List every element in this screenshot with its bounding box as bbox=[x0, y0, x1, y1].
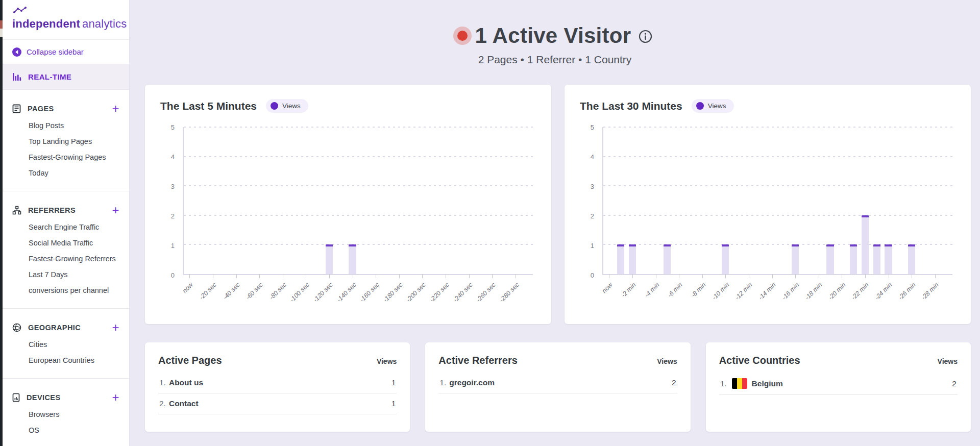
views-bar[interactable] bbox=[664, 244, 671, 274]
bar-slot bbox=[941, 127, 952, 274]
views-bar[interactable] bbox=[850, 244, 857, 274]
add-referrers-report-button[interactable]: + bbox=[112, 204, 119, 216]
y-axis-tick-label: 5 bbox=[171, 123, 175, 131]
collapse-sidebar-button[interactable]: Collapse sidebar bbox=[3, 40, 129, 64]
views-bar[interactable] bbox=[326, 244, 333, 274]
sidebar-item-social-media-traffic[interactable]: Social Media Traffic bbox=[3, 235, 129, 251]
y-axis-tick-label: 2 bbox=[171, 212, 175, 220]
sidebar-item-referrers[interactable]: REFERRERS + bbox=[3, 202, 129, 219]
y-axis-tick-label: 4 bbox=[171, 153, 175, 161]
bar-slot bbox=[498, 127, 510, 274]
bar-slot bbox=[766, 127, 778, 274]
country-link-belgium[interactable]: Belgium bbox=[752, 379, 783, 388]
sidebar-item-fastest-growing-pages[interactable]: Fastest-Growing Pages bbox=[3, 149, 129, 165]
views-bar[interactable] bbox=[826, 244, 834, 274]
sidebar-item-real-time[interactable]: REAL-TIME bbox=[3, 64, 129, 90]
bar-slot bbox=[801, 127, 813, 274]
sidebar-item-pages[interactable]: PAGES + bbox=[3, 100, 129, 117]
sidebar-item-conversions-per-channel[interactable]: conversions per channel bbox=[3, 282, 129, 298]
wp-admin-collapsed-strip[interactable] bbox=[0, 0, 3, 446]
bar-slot bbox=[265, 127, 277, 274]
add-pages-report-button[interactable]: + bbox=[112, 103, 119, 115]
bar-slot bbox=[638, 127, 650, 274]
bar-slot bbox=[860, 127, 871, 274]
logo-sparkline-icon bbox=[13, 7, 31, 14]
views-bar[interactable] bbox=[792, 244, 799, 274]
y-axis-tick-label: 0 bbox=[171, 271, 175, 279]
add-geographic-report-button[interactable]: + bbox=[112, 321, 119, 334]
bars-container bbox=[184, 127, 533, 274]
add-devices-report-button[interactable]: + bbox=[112, 391, 119, 404]
page-link-contact[interactable]: Contact bbox=[169, 399, 199, 408]
views-bar[interactable] bbox=[908, 244, 915, 274]
page-link-about-us[interactable]: About us bbox=[169, 378, 203, 387]
bar-slot bbox=[871, 127, 883, 274]
live-pulse-dot bbox=[457, 31, 468, 41]
card-title: Active Referrers bbox=[438, 355, 518, 366]
sidebar-item-blog-posts[interactable]: Blog Posts bbox=[3, 117, 129, 133]
views-bar[interactable] bbox=[617, 244, 624, 274]
bar-slot bbox=[627, 127, 639, 274]
views-bar[interactable] bbox=[862, 215, 869, 274]
bar-slot bbox=[242, 127, 254, 274]
bar-slot bbox=[277, 127, 288, 274]
section-label: DEVICES bbox=[27, 393, 60, 402]
y-axis-labels: 012345 bbox=[160, 127, 179, 275]
sidebar-item-fastest-growing-referrers[interactable]: Fastest-Growing Referrers bbox=[3, 251, 129, 266]
bar-slot bbox=[778, 127, 790, 274]
sidebar-section-referrers: REFERRERS + Search Engine Traffic Social… bbox=[3, 191, 129, 308]
table-row: 1. Belgium 2 bbox=[719, 373, 958, 395]
collapse-arrow-icon bbox=[12, 47, 21, 57]
row-views-value: 1 bbox=[391, 399, 396, 408]
sidebar-section-geographic: GEOGRAPHIC + Cities European Countries bbox=[3, 308, 129, 378]
bar-slot bbox=[848, 127, 860, 274]
real-time-dashboard: 1 Active Visitor 2 Pages • 1 Referrer • … bbox=[130, 0, 980, 446]
bar-slot bbox=[929, 127, 941, 274]
sidebar-item-devices[interactable]: DEVICES + bbox=[3, 389, 129, 406]
x-axis-tick bbox=[259, 274, 260, 278]
y-axis-tick-label: 0 bbox=[591, 271, 594, 279]
referrer-link-gregoir[interactable]: gregoir.com bbox=[449, 378, 495, 387]
sidebar-item-top-landing-pages[interactable]: Top Landing Pages bbox=[3, 133, 129, 149]
y-axis-tick-label: 1 bbox=[591, 242, 594, 250]
bar-slot bbox=[906, 127, 918, 274]
views-bar[interactable] bbox=[349, 244, 356, 274]
sidebar-item-today[interactable]: Today bbox=[3, 165, 129, 181]
legend-label: Views bbox=[708, 102, 726, 110]
bar-slot bbox=[650, 127, 662, 274]
sidebar-section-devices: DEVICES + Browsers OS bbox=[3, 378, 129, 446]
sidebar-item-european-countries[interactable]: European Countries bbox=[3, 352, 129, 368]
sidebar: independentanalytics Collapse sidebar RE… bbox=[3, 0, 130, 446]
device-icon bbox=[12, 393, 20, 402]
views-bar[interactable] bbox=[629, 244, 636, 274]
sidebar-item-browsers[interactable]: Browsers bbox=[3, 406, 129, 422]
real-time-label: REAL-TIME bbox=[28, 72, 71, 81]
bar-slot bbox=[300, 127, 312, 274]
views-column-header: Views bbox=[938, 357, 958, 365]
bar-slot bbox=[184, 127, 195, 274]
sidebar-item-geographic[interactable]: GEOGRAPHIC + bbox=[3, 319, 129, 336]
sidebar-item-cities[interactable]: Cities bbox=[3, 336, 129, 352]
x-axis-tick bbox=[306, 274, 306, 278]
x-axis-tick bbox=[609, 274, 609, 278]
bar-slot bbox=[509, 127, 521, 274]
admin-strip-notch bbox=[0, 29, 3, 37]
row-rank: 1. bbox=[439, 378, 446, 387]
views-bar[interactable] bbox=[885, 244, 892, 274]
bar-slot bbox=[324, 127, 335, 274]
sidebar-item-last-7-days[interactable]: Last 7 Days bbox=[3, 266, 129, 282]
sidebar-item-os[interactable]: OS bbox=[3, 422, 129, 438]
info-icon[interactable] bbox=[639, 30, 652, 43]
x-axis-tick bbox=[516, 274, 516, 278]
sidebar-section-pages: PAGES + Blog Posts Top Landing Pages Fas… bbox=[3, 90, 129, 191]
x-axis-tick bbox=[422, 274, 423, 278]
app-logo[interactable]: independentanalytics bbox=[3, 0, 129, 40]
views-bar[interactable] bbox=[873, 244, 880, 274]
sidebar-item-search-engine-traffic[interactable]: Search Engine Traffic bbox=[3, 219, 129, 235]
x-axis-tick bbox=[213, 274, 213, 278]
views-legend-toggle[interactable]: Views bbox=[266, 99, 308, 113]
views-bar[interactable] bbox=[722, 244, 729, 274]
bar-slot bbox=[230, 127, 242, 274]
views-legend-toggle[interactable]: Views bbox=[692, 99, 734, 113]
x-axis-tick bbox=[329, 274, 330, 278]
